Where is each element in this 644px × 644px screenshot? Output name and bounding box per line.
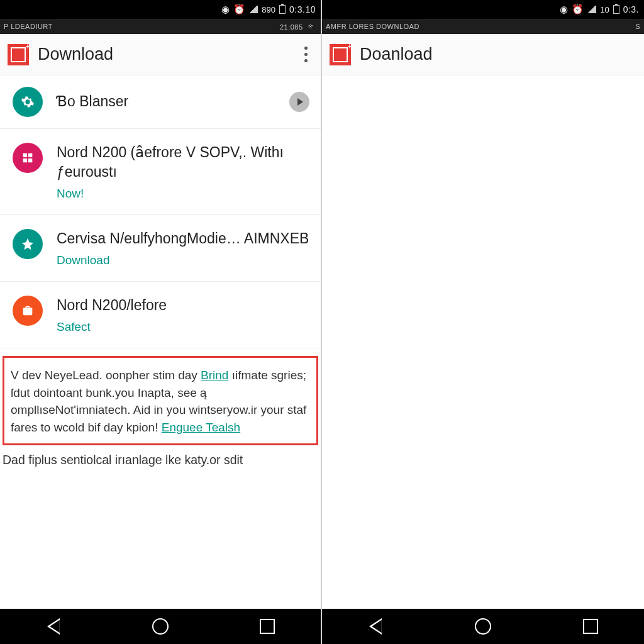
home-button[interactable] [150,616,171,637]
promo-link-2[interactable]: Enguee Tealsh [162,421,240,434]
gear-icon [13,87,43,117]
wifi-icon: ᯤ [305,21,317,31]
battery-icon [613,5,619,14]
carrier-bar: AMFR LORES DOWNLOAD S [322,19,644,34]
status-bar: ◉ ⏰ 10 0:3. [322,0,644,19]
briefcase-icon [13,296,43,326]
star-icon [13,229,43,259]
app-bar: + Doanload [322,34,644,75]
signal-icon [587,6,596,13]
list-item[interactable]: Ɓo Blanser [0,75,321,129]
empty-content [322,75,644,609]
carrier-time: 21:085 [280,23,303,31]
clock: 0:3. [623,4,639,14]
back-button[interactable] [43,616,64,637]
recents-button[interactable] [257,616,278,637]
eye-icon: ◉ [221,4,230,15]
page-title: Doanload [360,45,638,64]
grid-icon [13,143,43,173]
back-button[interactable] [365,616,386,637]
item-action[interactable]: Safect [57,320,309,334]
battery-icon [279,5,286,14]
promo-box: V dev NeyeLead. oonpher stim day Brind ı… [3,356,318,445]
item-title: Cervisa N/eulfyhongModie… AIMNXEB [57,229,309,248]
carrier-right: S [635,23,640,30]
nav-bar [322,609,644,644]
download-list: Ɓo Blanser Nord N200 (ȃefrore V SOPV,. W… [0,75,321,609]
play-icon[interactable] [289,92,309,112]
signal-label: 890 [262,5,275,14]
phone-left: ◉ ⏰ 890 0:3.10 P LDEADIURT 21:085 ᯤ + Do… [0,0,322,644]
list-item[interactable]: Nord N200/lefore Safect [0,282,321,348]
app-icon[interactable]: + [8,44,29,65]
nav-bar [0,609,321,644]
item-title: Nord N200 (ȃefrore V SOPV,. Withı ƒeurou… [57,143,309,182]
item-title: Nord N200/lefore [57,296,309,315]
list-item[interactable]: Nord N200 (ȃefrore V SOPV,. Withı ƒeurou… [0,129,321,215]
clock: 0:3.10 [289,4,316,14]
eye-icon: ◉ [560,4,568,15]
item-action[interactable]: Now! [57,187,309,201]
app-icon[interactable]: + [330,44,351,65]
carrier-label: P LDEADIURT [4,23,53,30]
alarm-icon: ⏰ [233,4,245,15]
list-item[interactable]: Cervisa N/eulfyhongModie… AIMNXEB Downlo… [0,215,321,282]
carrier-bar: P LDEADIURT 21:085 ᯤ [0,19,321,34]
status-bar: ◉ ⏰ 890 0:3.10 [0,0,321,19]
promo-text: V dev NeyeLead. oonpher stim day [11,369,201,382]
home-button[interactable] [472,616,494,637]
promo-link-1[interactable]: Brind [201,369,228,382]
recents-button[interactable] [580,616,601,637]
overflow-menu-icon[interactable] [297,42,314,67]
page-title: Download [38,45,297,64]
signal-icon [249,6,258,13]
phone-right: ◉ ⏰ 10 0:3. AMFR LORES DOWNLOAD S + Doan… [322,0,644,644]
signal-label: 10 [600,5,609,14]
app-bar: + Download [0,34,321,75]
trailing-text: Dad fiplus sentiolcal irıanlage lke katy… [0,449,321,467]
alarm-icon: ⏰ [572,4,584,15]
item-action[interactable]: Download [57,253,309,267]
item-title: Ɓo Blanser [57,92,275,111]
carrier-label: AMFR LORES DOWNLOAD [326,23,419,30]
